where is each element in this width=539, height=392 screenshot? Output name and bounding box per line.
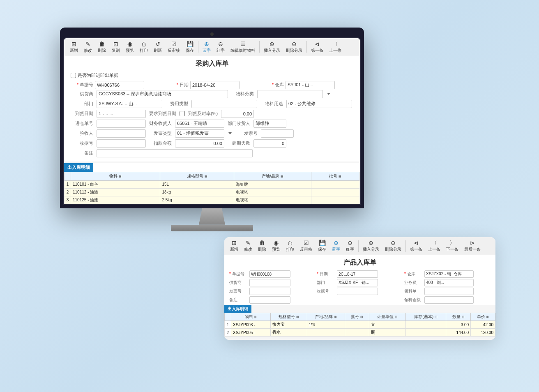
label-yangshou: 验收人 bbox=[71, 130, 93, 136]
label-shouju: 收据号 bbox=[71, 140, 93, 146]
cell-chandi-2[interactable]: 电视塔 bbox=[234, 188, 311, 196]
tablet-btn-delete-entry[interactable]: ⊖ 删除分录 bbox=[382, 239, 404, 253]
input-shouju[interactable] bbox=[97, 139, 146, 148]
tablet-input-lingjin-jine[interactable] bbox=[424, 296, 474, 304]
btn-blue[interactable]: ⊕ 蓝字 bbox=[200, 40, 213, 54]
input-jincang[interactable] bbox=[97, 120, 146, 128]
tablet-cell-wuliao-2[interactable]: XSJYP005 - bbox=[231, 329, 271, 337]
input-yangshou[interactable] bbox=[97, 129, 146, 138]
input-cangku[interactable] bbox=[286, 81, 335, 89]
refresh-icon: ↺ bbox=[155, 41, 160, 48]
input-wuliao-yongtu[interactable] bbox=[286, 100, 352, 108]
tablet-cell-danjia-2[interactable]: 120.00 bbox=[471, 329, 495, 337]
input-bumen[interactable] bbox=[97, 100, 162, 108]
btn-print[interactable]: ⎙ 打印 bbox=[137, 40, 150, 54]
cell-pihao-1[interactable] bbox=[311, 180, 359, 188]
btn-edit-temp[interactable]: ☰ 编辑临时物料 bbox=[228, 40, 258, 54]
btn-red[interactable]: ⊖ 红字 bbox=[214, 40, 227, 54]
input-daohuo[interactable] bbox=[97, 110, 146, 118]
input-wuliao-fenlei[interactable] bbox=[257, 90, 323, 98]
input-bumen-shouhuo[interactable] bbox=[253, 120, 286, 128]
input-daohuo-lv[interactable] bbox=[221, 110, 254, 118]
input-fapiao-leixing[interactable] bbox=[175, 129, 224, 138]
tablet-btn-preview[interactable]: ◉ 预览 bbox=[270, 239, 283, 253]
cell-wuliao-1[interactable]: 110101 - 白色 bbox=[71, 180, 160, 188]
input-caiwu[interactable] bbox=[175, 120, 224, 128]
cell-pihao-3[interactable] bbox=[311, 196, 359, 204]
btn-edit[interactable]: ✎ 修改 bbox=[81, 40, 94, 54]
btn-delete[interactable]: 🗑 删除 bbox=[95, 40, 108, 54]
tablet-btn-red[interactable]: ⊖ 红字 bbox=[343, 239, 357, 253]
input-feiyong[interactable] bbox=[191, 100, 257, 108]
tablet-btn-unapprove[interactable]: ☑ 反审核 bbox=[297, 239, 315, 253]
tablet-cell-chandi-1[interactable]: 1*4 bbox=[307, 321, 345, 329]
tablet-cell-jiliang-1[interactable]: 支 bbox=[369, 321, 405, 329]
tablet-btn-insert[interactable]: ⊕ 插入分录 bbox=[360, 239, 382, 253]
tablet-cell-kucun-2[interactable] bbox=[405, 329, 446, 337]
input-fapiao-hao[interactable] bbox=[261, 129, 294, 138]
monitor-bezel: ⊞ 新增 ✎ 修改 🗑 删除 ⊡ 复制 bbox=[63, 37, 361, 205]
cell-wuliao-2[interactable]: 110112 - 油漆 bbox=[71, 188, 160, 196]
tablet-cell-danjia-1[interactable]: 42.00 bbox=[471, 321, 495, 329]
immediate-checkbox[interactable] bbox=[71, 73, 76, 78]
tablet-input-yewuyuan[interactable] bbox=[424, 279, 474, 286]
tablet-cell-shuliang-1[interactable]: 3.00 bbox=[446, 321, 471, 329]
tablet-input-danjuhao[interactable] bbox=[249, 270, 290, 278]
cell-chandi-1[interactable]: 海虹牌 bbox=[234, 180, 311, 188]
tablet-btn-first[interactable]: ⊲ 第一条 bbox=[408, 239, 425, 253]
input-beizhu[interactable] bbox=[97, 149, 253, 157]
tablet-input-gonghuo[interactable] bbox=[249, 279, 290, 286]
eye-icon: ◉ bbox=[127, 41, 132, 48]
btn-unapprove[interactable]: ☑ 反审核 bbox=[165, 40, 182, 54]
yaoqiu-checkbox[interactable] bbox=[180, 111, 185, 116]
btn-delete-entry[interactable]: ⊖ 删除分录 bbox=[283, 40, 305, 54]
label-cangku: * 仓库 bbox=[261, 82, 284, 88]
tablet-btn-next[interactable]: 〉 下一条 bbox=[444, 239, 461, 253]
btn-preview[interactable]: ◉ 预览 bbox=[123, 40, 136, 54]
tablet-input-beizhu[interactable] bbox=[249, 296, 290, 304]
input-gonghuo[interactable] bbox=[97, 90, 228, 98]
tablet-input-riqi[interactable] bbox=[337, 270, 378, 278]
btn-first[interactable]: ⊲ 第一条 bbox=[309, 40, 326, 54]
btn-save[interactable]: 💾 保存 bbox=[183, 40, 196, 54]
tablet-btn-print[interactable]: ⎙ 打印 bbox=[283, 239, 297, 253]
input-yanqi[interactable] bbox=[253, 139, 286, 148]
cell-guige-3[interactable]: 2.5kg bbox=[160, 196, 234, 204]
tablet-cell-shuliang-2[interactable]: 144.00 bbox=[446, 329, 471, 337]
tablet-cell-pihao-2[interactable] bbox=[345, 329, 369, 337]
tablet-input-bumen[interactable] bbox=[337, 279, 378, 286]
cell-chandi-3[interactable]: 电视塔 bbox=[234, 196, 311, 204]
tablet-cell-chandi-2[interactable] bbox=[307, 329, 345, 337]
tablet-input-cangku[interactable] bbox=[424, 270, 474, 278]
input-danjuhao[interactable] bbox=[95, 81, 144, 89]
tablet-input-fapiao[interactable] bbox=[249, 288, 290, 295]
tablet-btn-blue[interactable]: ⊕ 蓝字 bbox=[329, 239, 343, 253]
tablet-cell-kucun-1[interactable] bbox=[405, 321, 446, 329]
tablet-cell-jiliang-2[interactable]: 瓶 bbox=[369, 329, 405, 337]
input-kouqian[interactable] bbox=[175, 139, 224, 148]
form-grid-1: * 单据号 * 日期 * 仓库 bbox=[71, 81, 353, 89]
tablet-btn-new[interactable]: ⊞ 新增 bbox=[228, 239, 241, 253]
tablet-input-lingjingdan[interactable] bbox=[424, 288, 474, 295]
tablet-cell-guige-2[interactable]: 香水 bbox=[270, 329, 307, 337]
tablet-btn-prev[interactable]: 〈 上一条 bbox=[426, 239, 443, 253]
input-riqi[interactable] bbox=[190, 81, 240, 89]
btn-refresh[interactable]: ↺ 刷新 bbox=[151, 40, 164, 54]
tablet-btn-save[interactable]: 💾 保存 bbox=[316, 239, 329, 253]
btn-new[interactable]: ⊞ 新增 bbox=[67, 40, 81, 54]
tablet-btn-delete[interactable]: 🗑 删除 bbox=[256, 239, 269, 253]
tablet-btn-edit[interactable]: ✎ 修改 bbox=[242, 239, 255, 253]
cell-wuliao-3[interactable]: 110125 - 油漆 bbox=[71, 196, 160, 204]
cell-pihao-2[interactable] bbox=[311, 188, 359, 196]
tablet-input-shouju[interactable] bbox=[337, 288, 378, 295]
btn-prev[interactable]: 〈 上一條 bbox=[327, 40, 344, 54]
btn-insert-entry[interactable]: ⊕ 插入分录 bbox=[261, 40, 283, 54]
tablet-btn-last[interactable]: ⊳ 最后一条 bbox=[462, 239, 483, 253]
tablet-cell-pihao-1[interactable] bbox=[345, 321, 369, 329]
tablet-cell-wuliao-1[interactable]: XSJYP003 - bbox=[231, 321, 271, 329]
cell-guige-1[interactable]: 15L bbox=[160, 180, 234, 188]
monitor-screen: ⊞ 新增 ✎ 修改 🗑 删除 ⊡ 复制 bbox=[60, 28, 364, 208]
btn-copy[interactable]: ⊡ 复制 bbox=[109, 40, 122, 54]
tablet-cell-guige-1[interactable]: 快力宝 bbox=[270, 321, 307, 329]
cell-guige-2[interactable]: 18kg bbox=[160, 188, 234, 196]
